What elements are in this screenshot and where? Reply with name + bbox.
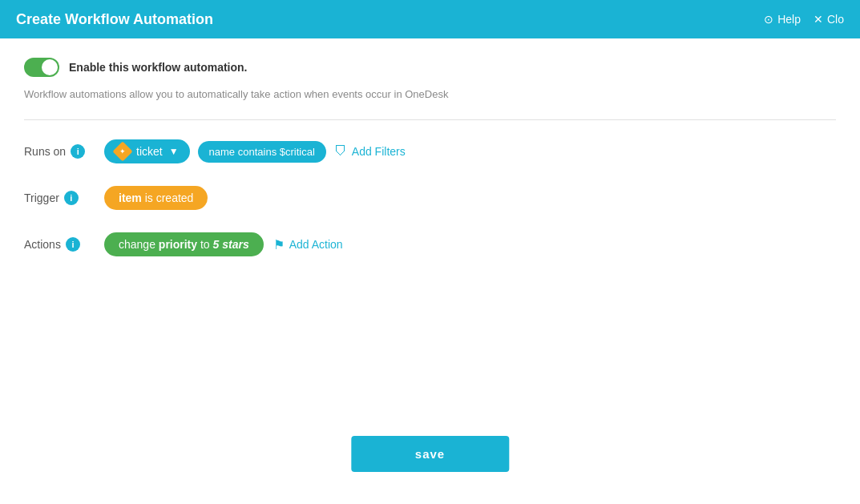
header-actions: ⊙ Help ✕ Clo (764, 13, 844, 26)
header-title: Create Workflow Automation (16, 11, 213, 28)
runs-on-info-icon[interactable]: i (71, 144, 85, 159)
add-filters-button[interactable]: ⛉ Add Filters (334, 144, 406, 159)
main-content: Enable this workflow automation. Workflo… (0, 38, 860, 504)
actions-info-icon[interactable]: i (66, 237, 80, 252)
action-priority: priority (159, 238, 197, 251)
chevron-down-icon: ▼ (169, 146, 179, 157)
divider (24, 119, 836, 120)
save-button[interactable]: save (351, 436, 509, 472)
workflow-toggle[interactable] (24, 58, 59, 77)
close-icon: ✕ (814, 13, 823, 26)
action-to: to (197, 238, 212, 251)
actions-label: Actions i (24, 237, 104, 252)
add-action-button[interactable]: ⚑ Add Action (273, 237, 343, 252)
runs-on-row: Runs on i ✦ ticket ▼ name contains $crit… (24, 139, 836, 163)
runs-on-label: Runs on i (24, 144, 104, 159)
ticket-diamond-icon: ✦ (112, 141, 132, 161)
trigger-label: Trigger i (24, 191, 104, 205)
trigger-row: Trigger i item is created (24, 186, 836, 210)
flag-icon: ⚑ (273, 237, 285, 252)
help-button[interactable]: ⊙ Help (764, 13, 801, 26)
toggle-row: Enable this workflow automation. (24, 58, 836, 77)
action-pill[interactable]: change priority to 5 stars (104, 232, 264, 256)
action-stars: 5 stars (213, 238, 249, 251)
description-text: Workflow automations allow you to automa… (24, 88, 836, 100)
header: Create Workflow Automation ⊙ Help ✕ Clo (0, 0, 860, 38)
filter-icon: ⛉ (334, 144, 347, 159)
ticket-dropdown-value: ticket (136, 145, 163, 158)
close-button[interactable]: ✕ Clo (814, 13, 844, 26)
trigger-pill-item: item (119, 192, 142, 204)
action-change: change (119, 238, 159, 251)
trigger-info-icon[interactable]: i (64, 191, 79, 205)
actions-row: Actions i change priority to 5 stars ⚑ A… (24, 232, 836, 256)
save-button-container: save (351, 436, 509, 472)
trigger-pill-text: is created (142, 192, 194, 204)
toggle-label: Enable this workflow automation. (69, 61, 247, 74)
filter-pill[interactable]: name contains $critical (198, 141, 326, 163)
help-icon: ⊙ (764, 13, 773, 26)
trigger-pill[interactable]: item is created (104, 186, 208, 210)
ticket-dropdown[interactable]: ✦ ticket ▼ (104, 139, 190, 163)
